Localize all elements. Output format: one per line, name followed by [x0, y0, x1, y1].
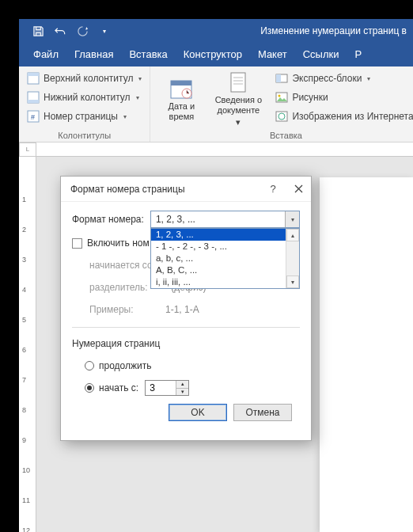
start-at-label: начать с: — [99, 382, 138, 393]
scroll-down-button[interactable]: ▾ — [286, 276, 299, 288]
svg-point-13 — [278, 95, 281, 97]
quick-parts-button[interactable]: Экспресс-блоки▾ — [272, 70, 413, 87]
number-format-dropdown: 1, 2, 3, ... - 1 -, - 2 -, - 3 -, ... a,… — [150, 228, 300, 289]
tab-file[interactable]: Файл — [25, 43, 66, 66]
horizontal-ruler[interactable] — [36, 142, 413, 157]
svg-rect-7 — [171, 81, 191, 86]
spin-down-button[interactable]: ▾ — [176, 388, 188, 396]
online-pictures-icon — [275, 110, 288, 123]
svg-rect-11 — [276, 74, 281, 82]
group-label-insert: Вставка — [155, 129, 413, 142]
redo-icon[interactable] — [76, 25, 89, 37]
document-info-icon — [226, 71, 250, 93]
footer-icon — [27, 91, 40, 104]
examples-value: 1-1, 1-A — [165, 304, 199, 315]
group-label-headers-footers: Колонтитулы — [24, 129, 145, 142]
format-option[interactable]: A, B, C, ... — [151, 264, 286, 276]
close-icon — [294, 184, 303, 193]
page-number-button[interactable]: # Номер страницы▾ — [24, 108, 145, 125]
online-pictures-label: Изображения из Интернета — [292, 111, 413, 122]
doc-info-label: Сведения о документе — [215, 95, 262, 116]
page-number-icon: # — [27, 110, 40, 123]
format-option[interactable]: - 1 -, - 2 -, - 3 -, ... — [151, 241, 286, 253]
document-title: Изменение нумерации страниц в — [260, 25, 413, 36]
start-at-spinner[interactable]: ▴ ▾ — [145, 380, 189, 396]
close-button[interactable] — [286, 177, 311, 202]
chevron-down-icon: ▾ — [136, 94, 139, 101]
pictures-label: Рисунки — [292, 92, 328, 103]
chevron-down-icon: ▾ — [138, 75, 142, 82]
start-at-radio[interactable] — [85, 383, 94, 393]
quick-parts-icon — [275, 72, 288, 85]
quick-access-toolbar: ▾ — [19, 25, 111, 37]
ribbon: Верхний колонтитул▾ Нижний колонтитул▾ #… — [19, 66, 413, 142]
dialog-title: Формат номера страницы — [70, 184, 260, 195]
date-time-button[interactable]: Дата и время — [155, 70, 207, 129]
footer-label: Нижний колонтитул — [44, 92, 131, 103]
calendar-icon — [169, 78, 193, 100]
number-format-combo[interactable]: 1, 2, 3, ... ▾ 1, 2, 3, ... - 1 -, - 2 -… — [150, 211, 300, 228]
svg-rect-3 — [28, 100, 39, 103]
header-icon — [27, 72, 40, 85]
dropdown-scrollbar[interactable]: ▴ ▾ — [286, 229, 299, 288]
cancel-button[interactable]: Отмена — [233, 404, 292, 421]
combo-dropdown-button[interactable]: ▾ — [285, 211, 299, 227]
undo-icon[interactable] — [54, 25, 66, 37]
qat-customize-icon[interactable]: ▾ — [98, 25, 111, 37]
format-option[interactable]: i, ii, iii, ... — [151, 276, 286, 288]
document-page[interactable] — [320, 177, 413, 532]
ruler-corner[interactable]: L — [19, 142, 36, 157]
dialog-titlebar: Формат номера страницы ? — [61, 177, 311, 202]
chapter-starts-with-label: начинается со — [89, 260, 153, 271]
pictures-icon — [275, 91, 288, 104]
svg-rect-1 — [28, 73, 39, 76]
footer-button[interactable]: Нижний колонтитул▾ — [24, 89, 145, 106]
tab-insert[interactable]: Вставка — [121, 43, 175, 66]
doc-info-button[interactable]: Сведения о документе▾ — [207, 70, 269, 129]
page-number-format-dialog: Формат номера страницы ? Формат номера: … — [60, 176, 312, 441]
chevron-down-icon: ▾ — [236, 117, 241, 127]
online-pictures-button[interactable]: Изображения из Интернета — [272, 108, 413, 125]
continue-radio[interactable] — [85, 361, 94, 370]
quick-parts-label: Экспресс-блоки — [292, 73, 362, 84]
ribbon-tabs: Файл Главная Вставка Конструктор Макет С… — [19, 43, 413, 66]
include-chapter-label: Включить ном — [87, 238, 150, 249]
tab-layout[interactable]: Макет — [250, 43, 295, 66]
chevron-down-icon: ▾ — [123, 113, 127, 120]
help-button[interactable]: ? — [260, 177, 286, 202]
tab-design[interactable]: Конструктор — [176, 43, 250, 66]
tab-r[interactable]: Р — [347, 43, 369, 66]
format-option[interactable]: a, b, c, ... — [151, 253, 286, 264]
tab-home[interactable]: Главная — [66, 43, 121, 66]
save-icon[interactable] — [32, 25, 44, 37]
ribbon-group-insert: Дата и время Сведения о документе▾ Экспр… — [150, 66, 413, 142]
title-bar: ▾ Изменение нумерации страниц в — [19, 19, 413, 43]
number-format-label: Формат номера: — [72, 214, 144, 225]
chevron-down-icon: ▾ — [367, 75, 370, 82]
svg-text:#: # — [31, 113, 35, 121]
examples-label: Примеры: — [89, 304, 165, 315]
tab-references[interactable]: Ссылки — [295, 43, 347, 66]
number-format-value: 1, 2, 3, ... — [151, 214, 285, 225]
spin-up-button[interactable]: ▴ — [176, 381, 188, 388]
date-time-label: Дата и время — [169, 101, 195, 122]
page-number-label: Номер страницы — [44, 111, 118, 122]
header-label: Верхний колонтитул — [44, 73, 133, 84]
continue-label: продолжить — [99, 360, 151, 371]
header-button[interactable]: Верхний колонтитул▾ — [24, 70, 145, 87]
start-at-input[interactable] — [146, 381, 176, 395]
scroll-up-button[interactable]: ▴ — [286, 229, 299, 241]
ribbon-group-headers-footers: Верхний колонтитул▾ Нижний колонтитул▾ #… — [19, 66, 150, 142]
vertical-ruler[interactable]: 1 2 3 4 5 6 7 8 9 10 11 12 — [19, 157, 36, 532]
format-option[interactable]: 1, 2, 3, ... — [151, 229, 286, 241]
ok-button[interactable]: OK — [169, 404, 227, 421]
pictures-button[interactable]: Рисунки — [272, 89, 413, 106]
page-numbering-section-title: Нумерация страниц — [72, 338, 160, 349]
svg-rect-9 — [231, 73, 245, 92]
include-chapter-checkbox[interactable] — [72, 238, 82, 249]
